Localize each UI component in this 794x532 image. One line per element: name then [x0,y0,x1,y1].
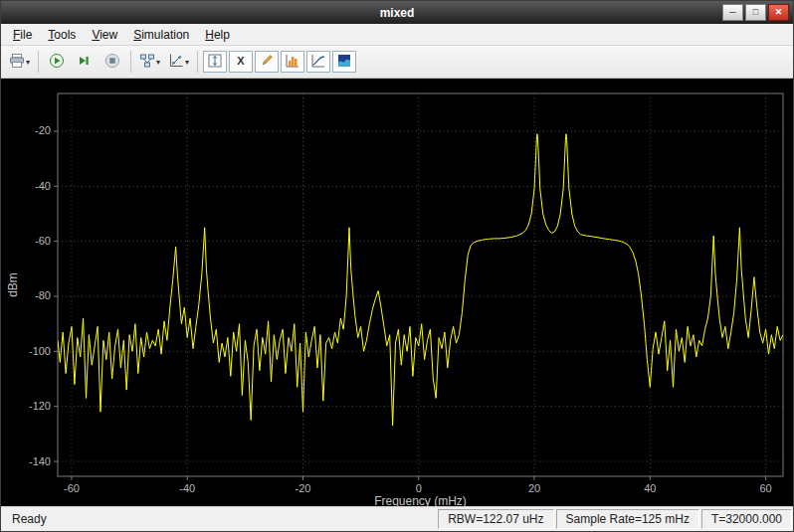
svg-text:0: 0 [416,482,422,494]
dropdown-arrow-icon: ▾ [185,58,189,67]
svg-text:-100: -100 [29,345,51,357]
spectrogram-icon [336,53,352,72]
print-button[interactable]: ▾ [6,49,33,75]
window-controls: ─ □ ✕ [722,4,793,21]
stop-button[interactable] [99,49,125,75]
maximize-button[interactable]: □ [745,4,766,21]
menu-file[interactable]: File [5,26,40,44]
status-ready: Ready [2,509,436,529]
step-forward-icon [77,53,93,72]
menu-view[interactable]: View [84,26,125,44]
distortion-icon [259,53,275,72]
span-button[interactable] [203,51,227,73]
menu-tools[interactable]: Tools [40,26,84,44]
ccdf-measurements-button[interactable] [306,51,330,73]
status-bar: Ready RBW=122.07 uHz Sample Rate=125 mHz… [1,506,793,531]
close-button[interactable]: ✕ [768,4,789,21]
channel-measurements-button[interactable] [281,51,304,73]
toolbar-separator [130,51,131,73]
status-sample-rate: Sample Rate=125 mHz [556,509,699,529]
status-time: T=32000.000 [701,509,792,529]
autoscale-icon [168,53,184,72]
svg-text:-20: -20 [35,124,51,136]
svg-text:X: X [237,55,245,67]
status-rbw: RBW=122.07 uHz [438,509,553,529]
title-bar[interactable]: mixed ─ □ ✕ [1,1,793,24]
svg-text:dBm: dBm [6,272,20,297]
ccdf-icon [310,53,326,72]
spectrum-plot: -60-40-200204060-20-40-60-80-100-120-140… [1,79,793,506]
toolbar: ▾ ▾ ▾ X [1,46,793,79]
svg-text:-20: -20 [296,482,311,494]
svg-text:-60: -60 [35,235,51,247]
svg-text:40: 40 [644,482,656,494]
run-icon [49,53,65,72]
svg-text:-140: -140 [29,455,51,467]
svg-text:-40: -40 [179,482,195,494]
dropdown-arrow-icon: ▾ [26,58,30,67]
playback-button[interactable]: ▾ [136,49,163,75]
svg-text:-60: -60 [64,482,80,494]
run-button[interactable] [44,49,70,75]
menu-simulation[interactable]: Simulation [125,26,197,44]
span-icon [207,53,223,72]
spectrum-analyzer-window: mixed ─ □ ✕ File Tools View Simulation H… [0,0,794,532]
peak-finder-button[interactable]: X [229,51,253,73]
dropdown-arrow-icon: ▾ [156,58,160,67]
svg-text:-120: -120 [29,400,51,412]
menu-help[interactable]: Help [197,26,238,44]
window-title: mixed [1,6,793,20]
toolbar-separator [38,51,39,73]
svg-text:-80: -80 [35,289,51,301]
step-forward-button[interactable] [72,49,98,75]
playback-icon [139,53,155,72]
minimize-button[interactable]: ─ [722,4,743,21]
svg-text:60: 60 [759,482,771,494]
peak-finder-icon: X [233,53,249,72]
svg-text:20: 20 [528,482,540,494]
menu-bar: File Tools View Simulation Help [1,24,793,46]
distortion-measurements-button[interactable] [255,51,279,73]
spectrogram-button[interactable] [332,51,356,73]
stop-icon [104,53,120,72]
svg-text:Frequency (mHz): Frequency (mHz) [374,494,467,506]
plot-area: -60-40-200204060-20-40-60-80-100-120-140… [1,79,793,506]
autoscale-button[interactable]: ▾ [165,49,192,75]
toolbar-separator [197,51,198,73]
printer-icon [9,53,25,72]
svg-text:-40: -40 [35,180,51,192]
channel-measurements-icon [285,53,300,72]
